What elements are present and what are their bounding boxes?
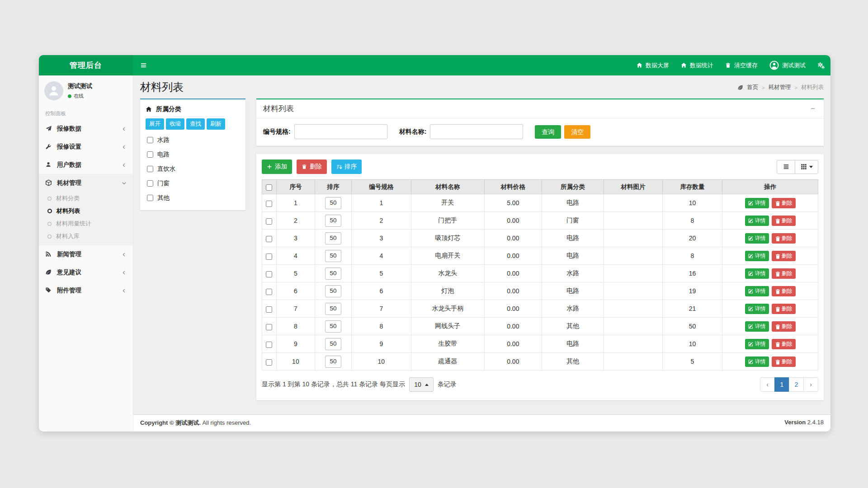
next-page-button[interactable]: › [803, 377, 818, 392]
category-collapse-button[interactable]: 收缩 [166, 118, 184, 130]
row-checkbox[interactable] [266, 218, 272, 225]
sidebar-subitem-material-list[interactable]: 材料列表 [39, 205, 133, 217]
delete-row-button[interactable]: 删除 [772, 286, 796, 296]
sort-order-input[interactable]: 50 [325, 250, 341, 262]
sidebar-item-attachments[interactable]: 附件管理 [39, 282, 133, 300]
sidebar-item-feedback[interactable]: 意见建议 [39, 263, 133, 282]
detail-button[interactable]: 详情 [745, 339, 769, 349]
sort-order-input[interactable]: 50 [325, 232, 341, 244]
filter-name-label: 材料名称: [399, 128, 427, 136]
category-checkbox-drinking-water[interactable] [147, 166, 153, 172]
delete-row-button[interactable]: 删除 [772, 304, 796, 314]
search-button[interactable]: 查询 [535, 125, 561, 139]
sort-order-input[interactable]: 50 [325, 303, 341, 315]
sort-order-input[interactable]: 50 [325, 267, 341, 280]
delete-row-button[interactable]: 删除 [772, 268, 796, 278]
page-size-dropdown[interactable]: 10 [409, 377, 434, 392]
sort-order-input[interactable]: 50 [325, 285, 341, 297]
top-nav-clear-cache[interactable]: 清空缓存 [719, 55, 764, 75]
prev-page-button[interactable]: ‹ [760, 377, 775, 392]
category-expand-button[interactable]: 展开 [146, 118, 164, 130]
breadcrumb-consumables[interactable]: 耗材管理 [769, 84, 791, 91]
row-checkbox[interactable] [266, 324, 272, 330]
top-nav-data-screen[interactable]: 数据大屏 [631, 55, 675, 75]
breadcrumb-home[interactable]: 首页 [747, 84, 758, 91]
detail-button[interactable]: 详情 [745, 198, 769, 208]
delete-button[interactable]: 删除 [297, 160, 327, 174]
category-checkbox-other[interactable] [147, 195, 153, 201]
detail-button[interactable]: 详情 [745, 357, 769, 366]
detail-button[interactable]: 详情 [745, 233, 769, 243]
row-checkbox[interactable] [266, 201, 272, 207]
sort-order-input[interactable]: 50 [325, 197, 341, 209]
collapse-panel-button[interactable]: − [809, 104, 817, 113]
chevron-down-icon [122, 181, 127, 186]
clear-button[interactable]: 清空 [564, 125, 590, 139]
pagination-info: 显示第 1 到第 10 条记录，总共 11 条记录 每页显示 [262, 380, 405, 389]
sidebar-subitem-material-inbound[interactable]: 材料入库 [39, 230, 133, 243]
cell-image [604, 282, 662, 300]
sidebar-item-news[interactable]: 新闻管理 [39, 245, 133, 263]
sidebar-item-consumables[interactable]: 耗材管理 [39, 174, 133, 192]
page-button-2[interactable]: 2 [789, 377, 804, 392]
delete-row-button[interactable]: 删除 [772, 251, 796, 261]
sidebar-toggle-button[interactable] [133, 55, 154, 75]
category-checkbox-water[interactable] [147, 137, 153, 143]
detail-button[interactable]: 详情 [745, 286, 769, 296]
row-checkbox[interactable] [266, 236, 272, 242]
top-nav-settings[interactable] [811, 55, 830, 75]
detail-button[interactable]: 详情 [745, 216, 769, 225]
detail-button[interactable]: 详情 [745, 321, 769, 331]
delete-row-button[interactable]: 删除 [772, 216, 796, 225]
row-checkbox[interactable] [266, 289, 272, 295]
circle-icon [47, 209, 52, 213]
column-header: 材料价格 [484, 180, 542, 194]
row-checkbox[interactable] [266, 359, 272, 366]
grid-view-button[interactable] [795, 160, 818, 174]
sort-order-input[interactable]: 50 [325, 215, 341, 227]
top-nav-data-stats[interactable]: 数据统计 [675, 55, 719, 75]
list-view-icon [783, 164, 789, 170]
sort-order-input[interactable]: 50 [325, 320, 341, 333]
cell-stock: 10 [662, 194, 722, 212]
cell-image [604, 194, 662, 212]
sort-order-input[interactable]: 50 [325, 356, 341, 368]
cell-spec: 2 [352, 212, 411, 230]
row-checkbox[interactable] [266, 306, 272, 313]
sidebar-subitem-material-category[interactable]: 材料分类 [39, 192, 133, 205]
sidebar-subitem-material-usage-stats[interactable]: 材料用量统计 [39, 217, 133, 230]
cell-name: 门把手 [411, 212, 484, 230]
detail-button[interactable]: 详情 [745, 251, 769, 261]
category-refresh-button[interactable]: 刷新 [207, 118, 225, 130]
row-checkbox[interactable] [266, 253, 272, 260]
detail-button[interactable]: 详情 [745, 268, 769, 278]
table-row: 4504电扇开关0.00电路8详情删除 [262, 247, 818, 265]
cell-seq: 8 [276, 318, 315, 335]
brand-logo[interactable]: 管理后台 [39, 55, 133, 75]
sidebar-item-user-data[interactable]: 用户数据 [39, 156, 133, 174]
page-button-1[interactable]: 1 [774, 377, 789, 392]
sidebar-item-repair-data[interactable]: 报修数据 [39, 120, 133, 138]
row-checkbox[interactable] [266, 342, 272, 348]
delete-row-button[interactable]: 删除 [772, 339, 796, 349]
select-all-checkbox[interactable] [266, 184, 272, 191]
row-checkbox[interactable] [266, 271, 272, 277]
sidebar-item-repair-settings[interactable]: 报修设置 [39, 138, 133, 156]
add-button[interactable]: 添加 [262, 160, 292, 174]
category-find-button[interactable]: 查找 [186, 118, 205, 130]
spec-input[interactable] [294, 124, 387, 139]
top-nav-profile[interactable]: 测试测试 [764, 55, 811, 75]
table-row: 8508网线头子0.00其他50详情删除 [262, 318, 818, 335]
wrench-icon [45, 143, 52, 150]
detail-button[interactable]: 详情 [745, 304, 769, 314]
delete-row-button[interactable]: 删除 [772, 198, 796, 208]
sort-order-input[interactable]: 50 [325, 338, 341, 350]
delete-row-button[interactable]: 删除 [772, 357, 796, 366]
sort-button[interactable]: 排序 [331, 160, 362, 174]
category-checkbox-door-window[interactable] [147, 180, 153, 187]
list-view-button[interactable] [777, 160, 795, 174]
delete-row-button[interactable]: 删除 [772, 321, 796, 331]
material-name-input[interactable] [430, 124, 523, 139]
category-checkbox-electric[interactable] [147, 151, 153, 158]
delete-row-button[interactable]: 删除 [772, 233, 796, 243]
